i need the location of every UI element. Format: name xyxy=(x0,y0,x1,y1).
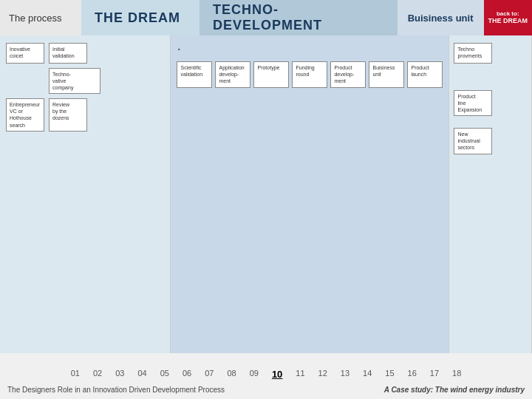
nav-number-05[interactable]: 05 xyxy=(160,369,169,380)
business-row-1: Technoprovments xyxy=(454,43,527,64)
techno-box-prototype: Prototype xyxy=(253,61,289,88)
dream-box-review: Reviewby thedozens xyxy=(49,98,87,131)
nav-number-02[interactable]: 02 xyxy=(93,369,102,380)
dream-tab[interactable]: THE DREAM xyxy=(81,0,200,35)
dream-tab-text: THE DREAM xyxy=(95,10,180,26)
dream-row-2: Techno-vativecompany xyxy=(6,68,164,94)
business-box-techno: Technoprovments xyxy=(454,43,492,64)
nav-number-07[interactable]: 07 xyxy=(205,369,214,380)
nav-number-14[interactable]: 14 xyxy=(363,369,372,380)
techno-row-top: · xyxy=(177,43,443,57)
main-content: Inovativecoicet Initialvalidation Techno… xyxy=(0,35,532,353)
dream-box-innovative: Inovativecoicet xyxy=(6,43,44,64)
dream-row-3: EntrepreneurVC orHothousesearch Reviewby… xyxy=(6,98,164,131)
nav-number-01[interactable]: 01 xyxy=(71,369,80,380)
nav-number-03[interactable]: 03 xyxy=(115,369,124,380)
business-tab[interactable]: Buisiness unit xyxy=(398,0,484,35)
process-label: The process xyxy=(0,0,81,35)
nav-number-11[interactable]: 11 xyxy=(296,369,304,380)
dream-column: Inovativecoicet Initialvalidation Techno… xyxy=(0,35,171,353)
dream-row-1: Inovativecoicet Initialvalidation xyxy=(6,43,164,64)
techno-tab[interactable]: TECHNO-DEVELOPMENT xyxy=(200,0,398,35)
techno-column: · Scientificvalidation Applicationdevelo… xyxy=(171,35,449,353)
header: The process THE DREAM TECHNO-DEVELOPMENT… xyxy=(0,0,532,35)
business-boxes: Technoprovments ProductlineExpansion New… xyxy=(449,35,531,162)
nav-number-09[interactable]: 09 xyxy=(250,369,259,380)
techno-dot: · xyxy=(177,40,181,57)
nav-number-06[interactable]: 06 xyxy=(183,369,191,380)
back-label: back to: xyxy=(497,10,519,18)
dream-boxes: Inovativecoicet Initialvalidation Techno… xyxy=(0,35,170,139)
business-column: Technoprovments ProductlineExpansion New… xyxy=(449,35,532,353)
techno-box-funding: Fundinground xyxy=(292,61,327,88)
dream-box-entrepreneur: EntrepreneurVC orHothousesearch xyxy=(6,98,44,131)
techno-tab-text: TECHNO-DEVELOPMENT xyxy=(213,2,384,33)
back-to-dream-button[interactable]: back to: THE DREAM xyxy=(484,0,533,35)
business-box-product-line: ProductlineExpansion xyxy=(454,90,492,116)
process-label-text: The process xyxy=(9,13,62,24)
nav-number-15[interactable]: 15 xyxy=(385,369,394,380)
techno-boxes: · Scientificvalidation Applicationdevelo… xyxy=(171,35,449,95)
nav-number-12[interactable]: 12 xyxy=(318,369,327,380)
dream-box-techno: Techno-vativecompany xyxy=(49,68,100,94)
footer-left-text: The Designers Role in an Innovation Driv… xyxy=(7,386,369,394)
techno-box-scientific: Scientificvalidation xyxy=(177,61,212,88)
techno-box-application: Applicationdevelop-ment xyxy=(215,61,250,88)
dream-box-initial: Initialvalidation xyxy=(49,43,87,64)
nav-number-17[interactable]: 17 xyxy=(430,369,439,380)
footer: The Designers Role in an Innovation Driv… xyxy=(0,380,532,399)
techno-row-main: Scientificvalidation Applicationdevelop-… xyxy=(177,61,443,88)
page-navigation: 010203040506070809101112131415161718 xyxy=(0,369,532,380)
back-link-text: THE DREAM xyxy=(488,17,528,25)
nav-number-13[interactable]: 13 xyxy=(341,369,349,380)
footer-case-study: A Case study: The wind energy industry xyxy=(384,386,525,394)
techno-box-product-launch: Productlaunch xyxy=(407,61,443,88)
business-row-2: ProductlineExpansion xyxy=(454,90,527,116)
nav-number-18[interactable]: 18 xyxy=(452,369,461,380)
business-tab-text: Buisiness unit xyxy=(408,13,474,24)
nav-number-04[interactable]: 04 xyxy=(137,369,146,380)
nav-number-08[interactable]: 08 xyxy=(227,369,236,380)
business-row-3: Newindustrualsectors xyxy=(454,128,527,154)
nav-number-10[interactable]: 10 xyxy=(272,369,282,380)
techno-box-product-dev: Productdevelop-ment xyxy=(330,61,366,88)
techno-box-business: Buisinessunit xyxy=(369,61,404,88)
nav-number-16[interactable]: 16 xyxy=(408,369,417,380)
footer-right-text: A Case study: The wind energy industry xyxy=(384,386,525,394)
business-box-new-sectors: Newindustrualsectors xyxy=(454,128,492,154)
footer-description: The Designers Role in an Innovation Driv… xyxy=(7,386,225,394)
